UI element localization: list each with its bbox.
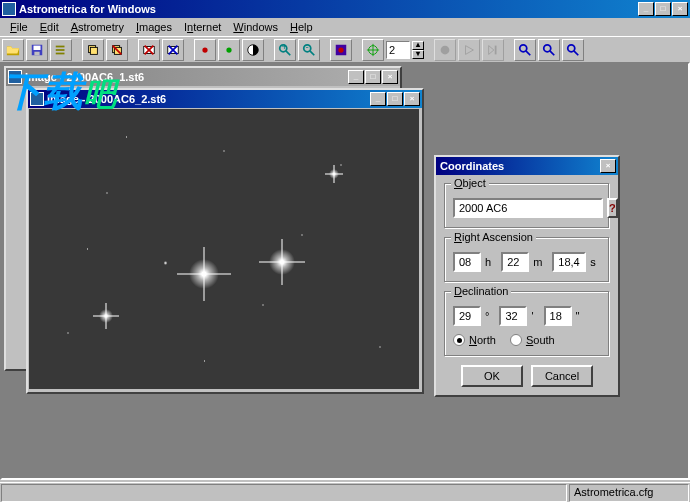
menu-internet[interactable]: Internet — [178, 19, 227, 35]
coordinates-dialog: Coordinates × Object ? Right Ascension h — [434, 155, 620, 397]
maximize-button[interactable]: □ — [655, 2, 671, 16]
ra-fieldset: Right Ascension h m s — [444, 237, 610, 283]
unit-arcmin: ' — [531, 310, 533, 322]
image2-close-button[interactable]: × — [404, 92, 420, 106]
ra-hours-input[interactable] — [453, 252, 481, 272]
svg-rect-5 — [56, 52, 65, 54]
target-button[interactable] — [362, 39, 384, 61]
main-titlebar: Astrometrica for Windows _ □ × — [0, 0, 690, 18]
toolbar: + - ▴ ▾ — [0, 36, 690, 62]
north-radio[interactable]: North — [453, 334, 496, 346]
dialog-title: Coordinates — [440, 160, 599, 172]
image2-titlebar[interactable]: Image - 2000AC6_2.st6 _ □ × — [28, 90, 422, 108]
svg-point-33 — [520, 44, 527, 51]
zoom-out-button[interactable]: - — [298, 39, 320, 61]
svg-text:-: - — [306, 43, 309, 52]
svg-point-37 — [568, 44, 575, 51]
ok-button[interactable]: OK — [461, 365, 523, 387]
svg-rect-32 — [495, 45, 497, 54]
svg-point-35 — [544, 44, 551, 51]
find-zoom-fit-button[interactable] — [562, 39, 584, 61]
image-icon — [8, 70, 22, 84]
menu-file[interactable]: File — [4, 19, 34, 35]
image2-maximize-button[interactable]: □ — [387, 92, 403, 106]
star-field-image[interactable] — [29, 109, 419, 389]
south-radio[interactable]: South — [510, 334, 555, 346]
radio-dot-icon — [510, 334, 522, 346]
statusbar: Astrometrica.cfg — [0, 482, 690, 502]
image1-minimize-button[interactable]: _ — [348, 70, 364, 84]
image1-maximize-button[interactable]: □ — [365, 70, 381, 84]
svg-line-38 — [574, 50, 578, 54]
minimize-button[interactable]: _ — [638, 2, 654, 16]
blink-setup-button[interactable] — [330, 39, 352, 61]
app-title: Astrometrica for Windows — [19, 3, 637, 15]
menu-astrometry[interactable]: Astrometry — [65, 19, 130, 35]
save-button[interactable] — [26, 39, 48, 61]
record-button[interactable] — [434, 39, 456, 61]
svg-point-18 — [226, 47, 231, 52]
help-icon: ? — [609, 202, 616, 214]
marker-green-button[interactable] — [218, 39, 240, 61]
image2-title: Image - 2000AC6_2.st6 — [47, 93, 369, 105]
menu-images[interactable]: Images — [130, 19, 178, 35]
dec-arcmin-input[interactable] — [499, 306, 527, 326]
unit-h: h — [485, 256, 491, 268]
image-window-2[interactable]: Image - 2000AC6_2.st6 _ □ × — [26, 88, 424, 394]
image1-close-button[interactable]: × — [382, 70, 398, 84]
dialog-titlebar[interactable]: Coordinates × — [436, 157, 618, 175]
status-config-pane: Astrometrica.cfg — [569, 484, 689, 502]
contrast-button[interactable] — [242, 39, 264, 61]
step-button[interactable] — [482, 39, 504, 61]
cancel-button[interactable]: Cancel — [531, 365, 593, 387]
image-icon — [30, 92, 44, 106]
ra-minutes-input[interactable] — [501, 252, 529, 272]
dialog-close-button[interactable]: × — [600, 159, 616, 173]
menu-help[interactable]: Help — [284, 19, 319, 35]
mdi-client: 下载吧 www.pc0359.cn Image - 2000AC6_1.st6 … — [0, 62, 690, 480]
object-input[interactable] — [453, 198, 603, 218]
image1-title: Image - 2000AC6_1.st6 — [25, 71, 347, 83]
zoom-in-button[interactable]: + — [274, 39, 296, 61]
menu-edit[interactable]: Edit — [34, 19, 65, 35]
svg-point-27 — [338, 47, 343, 52]
dec-degrees-input[interactable] — [453, 306, 481, 326]
close-button[interactable]: × — [672, 2, 688, 16]
svg-line-24 — [310, 50, 314, 54]
find-zoom-in-button[interactable] — [514, 39, 536, 61]
object-legend: Object — [451, 177, 489, 189]
south-label: South — [526, 334, 555, 346]
radio-dot-icon — [453, 334, 465, 346]
frame-down-button[interactable]: ▾ — [412, 50, 424, 59]
find-zoom-out-button[interactable] — [538, 39, 560, 61]
svg-rect-7 — [90, 47, 97, 54]
image1-titlebar[interactable]: Image - 2000AC6_1.st6 _ □ × — [6, 68, 400, 86]
settings-button[interactable] — [50, 39, 72, 61]
dec-fieldset: Declination ° ' '' North So — [444, 291, 610, 357]
dec-arcsec-input[interactable] — [544, 306, 572, 326]
status-main-pane — [1, 484, 567, 502]
play-button[interactable] — [458, 39, 480, 61]
object-help-button[interactable]: ? — [607, 198, 618, 218]
app-icon — [2, 2, 16, 16]
stack-remove-button[interactable] — [106, 39, 128, 61]
dec-legend: Declination — [451, 285, 511, 297]
svg-line-34 — [526, 50, 530, 54]
svg-rect-3 — [56, 45, 65, 47]
svg-rect-4 — [56, 49, 65, 51]
image2-minimize-button[interactable]: _ — [370, 92, 386, 106]
marker-red-button[interactable] — [194, 39, 216, 61]
unit-s: s — [590, 256, 596, 268]
reduce-blue-button[interactable] — [162, 39, 184, 61]
north-label: North — [469, 334, 496, 346]
reduce-red-button[interactable] — [138, 39, 160, 61]
frame-number-input[interactable] — [386, 41, 410, 59]
stack-add-button[interactable] — [82, 39, 104, 61]
unit-m: m — [533, 256, 542, 268]
ra-seconds-input[interactable] — [552, 252, 586, 272]
open-file-button[interactable] — [2, 39, 24, 61]
unit-deg: ° — [485, 310, 489, 322]
svg-rect-1 — [34, 45, 41, 49]
menu-windows[interactable]: Windows — [227, 19, 284, 35]
ra-legend: Right Ascension — [451, 231, 536, 243]
